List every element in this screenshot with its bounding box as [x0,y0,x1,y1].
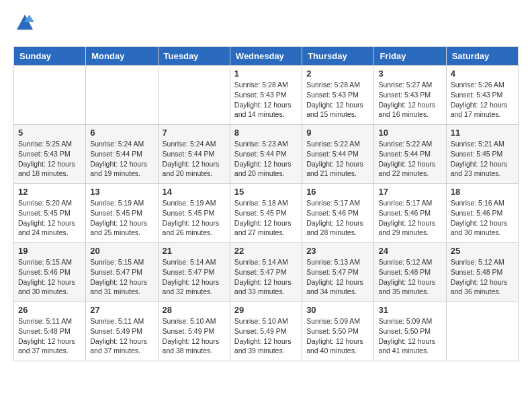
col-header-thursday: Thursday [302,47,374,66]
calendar-cell: 14Sunrise: 5:19 AMSunset: 5:45 PMDayligh… [158,184,230,243]
day-number: 8 [234,128,298,138]
day-info: Sunrise: 5:19 AMSunset: 5:45 PMDaylight:… [163,198,226,238]
col-header-monday: Monday [86,47,158,66]
day-number: 17 [378,187,441,197]
day-info: Sunrise: 5:12 AMSunset: 5:48 PMDaylight:… [378,257,441,297]
day-info: Sunrise: 5:21 AMSunset: 5:45 PMDaylight:… [451,139,514,179]
calendar-cell: 2Sunrise: 5:28 AMSunset: 5:43 PMDaylight… [302,66,374,125]
day-number: 5 [18,128,81,138]
calendar-cell: 29Sunrise: 5:10 AMSunset: 5:49 PMDayligh… [230,302,302,361]
col-header-wednesday: Wednesday [230,47,302,66]
calendar-cell: 19Sunrise: 5:15 AMSunset: 5:46 PMDayligh… [14,243,86,302]
day-info: Sunrise: 5:12 AMSunset: 5:48 PMDaylight:… [451,257,514,297]
calendar-cell: 15Sunrise: 5:18 AMSunset: 5:45 PMDayligh… [230,184,302,243]
day-info: Sunrise: 5:15 AMSunset: 5:47 PMDaylight:… [90,257,153,297]
calendar-cell [446,302,518,361]
day-number: 14 [163,187,226,197]
day-info: Sunrise: 5:13 AMSunset: 5:47 PMDaylight:… [306,257,369,297]
calendar-cell: 27Sunrise: 5:11 AMSunset: 5:49 PMDayligh… [86,302,158,361]
day-info: Sunrise: 5:20 AMSunset: 5:45 PMDaylight:… [18,198,81,238]
day-number: 11 [451,128,514,138]
day-number: 18 [451,187,514,197]
calendar-cell: 28Sunrise: 5:10 AMSunset: 5:49 PMDayligh… [158,302,230,361]
day-info: Sunrise: 5:11 AMSunset: 5:48 PMDaylight:… [18,316,81,356]
day-info: Sunrise: 5:22 AMSunset: 5:44 PMDaylight:… [306,139,369,179]
day-number: 19 [18,246,81,256]
day-info: Sunrise: 5:11 AMSunset: 5:49 PMDaylight:… [90,316,153,356]
day-info: Sunrise: 5:17 AMSunset: 5:46 PMDaylight:… [306,198,369,238]
day-info: Sunrise: 5:10 AMSunset: 5:49 PMDaylight:… [163,316,226,356]
calendar-cell: 18Sunrise: 5:16 AMSunset: 5:46 PMDayligh… [446,184,518,243]
day-info: Sunrise: 5:22 AMSunset: 5:44 PMDaylight:… [378,139,441,179]
calendar-cell [86,66,158,125]
day-number: 13 [90,187,153,197]
day-number: 1 [234,68,298,79]
calendar-cell: 23Sunrise: 5:13 AMSunset: 5:47 PMDayligh… [302,243,374,302]
day-number: 7 [163,128,226,138]
col-header-tuesday: Tuesday [158,47,230,66]
calendar-cell [14,66,86,125]
day-info: Sunrise: 5:24 AMSunset: 5:44 PMDaylight:… [163,139,226,179]
calendar-cell: 3Sunrise: 5:27 AMSunset: 5:43 PMDaylight… [374,66,446,125]
calendar-cell: 31Sunrise: 5:09 AMSunset: 5:50 PMDayligh… [374,302,446,361]
day-info: Sunrise: 5:28 AMSunset: 5:43 PMDaylight:… [306,80,369,120]
day-number: 6 [90,128,153,138]
day-number: 15 [234,187,298,197]
calendar-cell [158,66,230,125]
col-header-friday: Friday [374,47,446,66]
day-number: 28 [163,305,226,315]
calendar-cell: 5Sunrise: 5:25 AMSunset: 5:43 PMDaylight… [14,125,86,184]
calendar-table: SundayMondayTuesdayWednesdayThursdayFrid… [13,46,519,361]
calendar-cell: 10Sunrise: 5:22 AMSunset: 5:44 PMDayligh… [374,125,446,184]
day-number: 20 [90,246,153,256]
calendar-cell: 1Sunrise: 5:28 AMSunset: 5:43 PMDaylight… [230,66,302,125]
day-info: Sunrise: 5:24 AMSunset: 5:44 PMDaylight:… [90,139,153,179]
calendar-cell: 13Sunrise: 5:19 AMSunset: 5:45 PMDayligh… [86,184,158,243]
day-info: Sunrise: 5:14 AMSunset: 5:47 PMDaylight:… [163,257,226,297]
calendar-cell: 24Sunrise: 5:12 AMSunset: 5:48 PMDayligh… [374,243,446,302]
day-number: 12 [18,187,81,197]
day-info: Sunrise: 5:27 AMSunset: 5:43 PMDaylight:… [378,80,441,120]
day-number: 31 [378,305,441,315]
day-info: Sunrise: 5:10 AMSunset: 5:49 PMDaylight:… [234,316,298,356]
calendar-cell: 20Sunrise: 5:15 AMSunset: 5:47 PMDayligh… [86,243,158,302]
calendar-cell: 21Sunrise: 5:14 AMSunset: 5:47 PMDayligh… [158,243,230,302]
day-number: 2 [306,68,369,79]
day-number: 30 [306,305,369,315]
calendar-cell: 7Sunrise: 5:24 AMSunset: 5:44 PMDaylight… [158,125,230,184]
day-info: Sunrise: 5:17 AMSunset: 5:46 PMDaylight:… [378,198,441,238]
day-info: Sunrise: 5:26 AMSunset: 5:43 PMDaylight:… [451,80,514,120]
page-header [13,13,519,36]
day-info: Sunrise: 5:23 AMSunset: 5:44 PMDaylight:… [234,139,298,179]
day-number: 29 [234,305,298,315]
day-number: 24 [378,246,441,256]
day-number: 25 [451,246,514,256]
day-number: 23 [306,246,369,256]
calendar-cell: 6Sunrise: 5:24 AMSunset: 5:44 PMDaylight… [86,125,158,184]
day-number: 27 [90,305,153,315]
calendar-cell: 17Sunrise: 5:17 AMSunset: 5:46 PMDayligh… [374,184,446,243]
calendar-cell: 9Sunrise: 5:22 AMSunset: 5:44 PMDaylight… [302,125,374,184]
day-number: 22 [234,246,298,256]
day-number: 9 [306,128,369,138]
day-number: 4 [451,68,514,79]
logo [13,13,34,36]
day-info: Sunrise: 5:18 AMSunset: 5:45 PMDaylight:… [234,198,298,238]
day-info: Sunrise: 5:19 AMSunset: 5:45 PMDaylight:… [90,198,153,238]
day-number: 16 [306,187,369,197]
day-info: Sunrise: 5:15 AMSunset: 5:46 PMDaylight:… [18,257,81,297]
col-header-sunday: Sunday [14,47,86,66]
calendar-cell: 4Sunrise: 5:26 AMSunset: 5:43 PMDaylight… [446,66,518,125]
day-info: Sunrise: 5:09 AMSunset: 5:50 PMDaylight:… [378,316,441,356]
day-number: 3 [378,68,441,79]
calendar-cell: 8Sunrise: 5:23 AMSunset: 5:44 PMDaylight… [230,125,302,184]
logo-text [13,13,34,36]
day-number: 26 [18,305,81,315]
calendar-cell: 30Sunrise: 5:09 AMSunset: 5:50 PMDayligh… [302,302,374,361]
col-header-saturday: Saturday [446,47,518,66]
calendar-cell: 26Sunrise: 5:11 AMSunset: 5:48 PMDayligh… [14,302,86,361]
day-number: 10 [378,128,441,138]
calendar-cell: 25Sunrise: 5:12 AMSunset: 5:48 PMDayligh… [446,243,518,302]
calendar-cell: 12Sunrise: 5:20 AMSunset: 5:45 PMDayligh… [14,184,86,243]
calendar-cell: 11Sunrise: 5:21 AMSunset: 5:45 PMDayligh… [446,125,518,184]
